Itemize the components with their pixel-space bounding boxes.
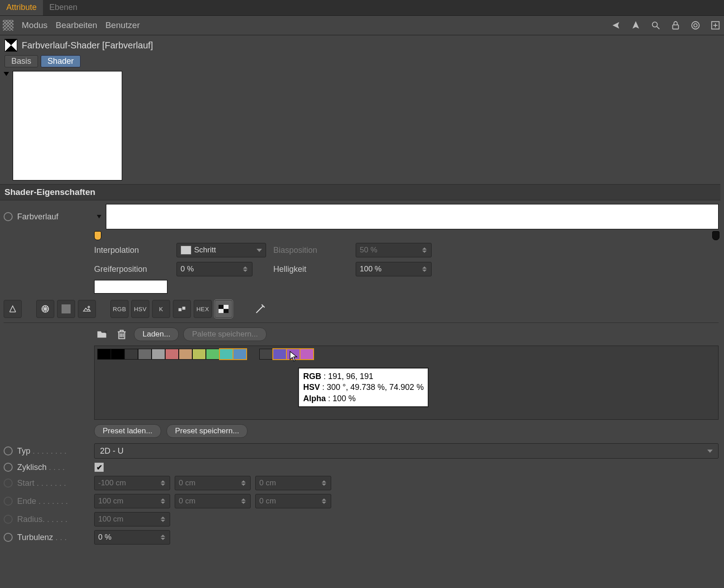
- anim-dot-turbulenz[interactable]: [4, 533, 13, 542]
- palette-swatch[interactable]: [165, 349, 179, 360]
- label-start: Start . . . . . . .: [17, 479, 90, 488]
- shader-preview[interactable]: [13, 71, 122, 180]
- collapse-toggle-icon[interactable]: [4, 72, 9, 76]
- label-typ: Typ . . . . . . . .: [17, 446, 90, 456]
- svg-point-14: [88, 306, 90, 308]
- object-title: Farbverlauf-Shader [Farbverlauf]: [22, 40, 153, 51]
- panel-menu-icon[interactable]: [3, 20, 14, 31]
- gradient-knot-right[interactable]: [712, 231, 719, 240]
- nav-up-icon[interactable]: [630, 19, 642, 31]
- label-bias: Biasposition: [273, 246, 350, 255]
- anim-dot-typ[interactable]: [4, 446, 13, 455]
- add-palette-icon[interactable]: +: [94, 327, 110, 342]
- svg-point-0: [653, 22, 657, 27]
- menu-modus[interactable]: Modus: [22, 20, 48, 30]
- new-panel-icon[interactable]: [710, 19, 721, 31]
- mode-spectrum-icon[interactable]: [4, 300, 22, 318]
- anim-dot-gradient[interactable]: [4, 212, 13, 221]
- label-helligkeit: Helligkeit: [273, 265, 350, 274]
- mode-wheel-icon[interactable]: [36, 300, 54, 318]
- row-gradient: Farbverlauf: [4, 204, 719, 229]
- anim-dot-zyklisch[interactable]: [4, 463, 13, 472]
- label-turbulenz: Turbulenz . . .: [17, 533, 90, 542]
- tab-ebenen[interactable]: Ebenen: [43, 0, 84, 15]
- row-bias: Biasposition 50 %: [273, 243, 445, 257]
- mode-palette-icon[interactable]: [214, 300, 233, 318]
- row-radius: Radius. . . . . . 100 cm: [4, 512, 719, 526]
- anim-dot-radius: [4, 515, 13, 524]
- palette-swatch[interactable]: [152, 349, 165, 360]
- delete-palette-icon[interactable]: [114, 327, 129, 342]
- palette-swatch[interactable]: [206, 349, 219, 360]
- button-load-preset[interactable]: Preset laden...: [94, 424, 161, 438]
- input-helligkeit[interactable]: 100 %: [356, 262, 432, 276]
- label-zyklisch: Zyklisch . . . .: [17, 463, 90, 472]
- row-interpolation: Interpolation Schritt: [94, 243, 266, 257]
- row-ende: Ende . . . . . . . 100 cm 0 cm 0 cm: [4, 494, 719, 508]
- palette-swatch[interactable]: [259, 349, 273, 360]
- palette-swatch[interactable]: [286, 349, 300, 360]
- spinner-helligkeit[interactable]: [422, 265, 428, 274]
- shader-params: Farbverlauf Interpolation Schritt Biaspo…: [0, 200, 724, 438]
- palette-swatch[interactable]: [111, 349, 124, 360]
- mode-rgb[interactable]: RGB: [110, 300, 129, 318]
- spinner-greifer[interactable]: [243, 265, 248, 274]
- tab-shader[interactable]: Shader: [41, 55, 81, 67]
- row-turbulenz: Turbulenz . . . 0 %: [4, 530, 719, 545]
- menu-benutzer[interactable]: Benutzer: [105, 20, 140, 30]
- input-ende-x: 100 cm: [94, 494, 170, 508]
- gradient-controls: Interpolation Schritt Biasposition 50 % …: [94, 243, 719, 276]
- interpolation-value: Schritt: [194, 246, 216, 255]
- panel-tabs: Attribute Ebenen: [0, 0, 724, 16]
- nav-back-icon[interactable]: [610, 19, 622, 31]
- svg-rect-15: [179, 308, 182, 311]
- palette-swatch[interactable]: [233, 349, 247, 360]
- gradient-menu-toggle-icon[interactable]: [97, 215, 101, 218]
- gradient-bar[interactable]: [106, 204, 719, 229]
- chevron-down-icon: [707, 450, 713, 453]
- input-start-z: 0 cm: [255, 476, 331, 490]
- button-save-preset[interactable]: Preset speichern...: [167, 424, 248, 438]
- palette-swatch[interactable]: [300, 349, 314, 360]
- preview-area: [0, 71, 724, 184]
- mode-swatch-icon[interactable]: [57, 300, 75, 318]
- dropdown-interpolation[interactable]: Schritt: [176, 243, 266, 257]
- label-gradient: Farbverlauf: [17, 212, 94, 222]
- button-load-palette[interactable]: Laden...: [134, 327, 179, 341]
- button-save-palette[interactable]: Palette speichern...: [183, 327, 267, 341]
- input-start-y: 0 cm: [175, 476, 251, 490]
- dropdown-typ[interactable]: 2D - U: [94, 443, 719, 459]
- svg-point-4: [694, 24, 697, 27]
- palette-swatch[interactable]: [219, 349, 233, 360]
- svg-line-1: [657, 27, 660, 29]
- search-icon[interactable]: [650, 19, 662, 31]
- input-turbulenz[interactable]: 0 %: [94, 530, 170, 545]
- mode-hex[interactable]: HEX: [194, 300, 212, 318]
- palette-swatch[interactable]: [273, 349, 286, 360]
- menu-bearbeiten[interactable]: Bearbeiten: [56, 20, 97, 30]
- palette-box[interactable]: RGB : 191, 96, 191 HSV : 300 °, 49.738 %…: [94, 346, 719, 420]
- palette-swatch[interactable]: [97, 349, 111, 360]
- palette-swatch[interactable]: [192, 349, 206, 360]
- mode-mixer-icon[interactable]: [173, 300, 191, 318]
- lock-icon[interactable]: [670, 19, 681, 31]
- input-greifer[interactable]: 0 %: [176, 262, 252, 276]
- tab-attribute[interactable]: Attribute: [0, 0, 43, 15]
- checkbox-zyklisch[interactable]: ✔: [94, 462, 104, 472]
- palette-swatch[interactable]: [179, 349, 192, 360]
- input-ende-z: 0 cm: [255, 494, 331, 508]
- color-mode-toolbar: RGB HSV K HEX: [4, 300, 719, 318]
- input-radius: 100 cm: [94, 512, 170, 526]
- gradient-knot-left[interactable]: [94, 231, 101, 240]
- target-icon[interactable]: [690, 19, 701, 31]
- mode-hsv[interactable]: HSV: [131, 300, 149, 318]
- row-start: Start . . . . . . . -100 cm 0 cm 0 cm: [4, 476, 719, 490]
- tab-basis[interactable]: Basis: [5, 55, 38, 67]
- mode-image-icon[interactable]: [78, 300, 96, 318]
- palette-swatch[interactable]: [138, 349, 152, 360]
- mode-k[interactable]: K: [152, 300, 170, 318]
- eyedropper-icon[interactable]: [253, 302, 267, 316]
- knot-color-field[interactable]: [94, 280, 167, 294]
- palette-swatch[interactable]: [124, 349, 138, 360]
- property-tabs: Basis Shader: [0, 53, 724, 71]
